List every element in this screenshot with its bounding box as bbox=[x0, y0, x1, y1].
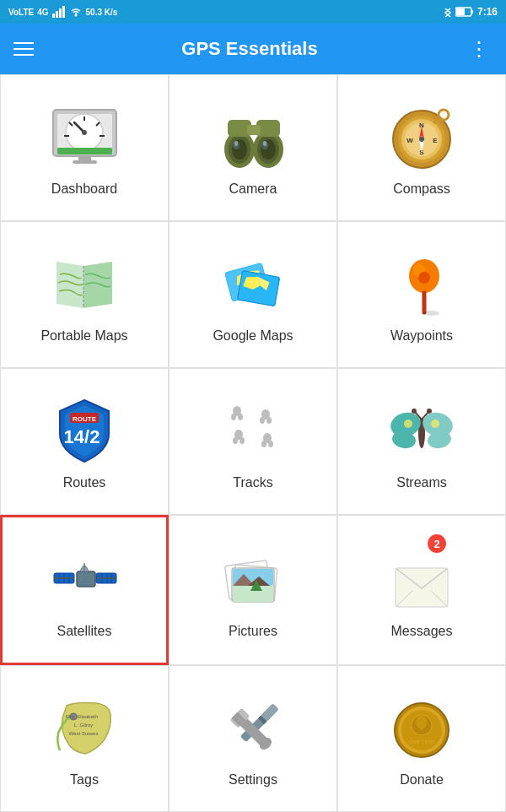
svg-text:West Sussex: West Sussex bbox=[69, 731, 99, 736]
svg-text:Mrs. Elisabeth: Mrs. Elisabeth bbox=[66, 714, 98, 719]
grid-item-compass[interactable]: N S W E Compass bbox=[337, 74, 506, 221]
grid-item-streams[interactable]: Streams bbox=[337, 368, 506, 515]
svg-point-45 bbox=[439, 110, 449, 120]
svg-point-75 bbox=[268, 441, 273, 447]
svg-rect-3 bbox=[62, 6, 65, 18]
network-type: 4G bbox=[37, 8, 48, 17]
routes-icon: ROUTE 14/2 bbox=[46, 392, 122, 468]
portable-maps-label: Portable Maps bbox=[40, 328, 127, 344]
grid-item-waypoints[interactable]: Waypoints bbox=[337, 221, 506, 368]
carrier-text: VoLTE bbox=[8, 8, 34, 17]
tracks-icon bbox=[215, 392, 291, 468]
more-button[interactable]: ⋮ bbox=[466, 34, 493, 64]
grid-item-satellites[interactable]: Satellites bbox=[0, 515, 169, 665]
speed-text: 50.3 K/s bbox=[86, 8, 118, 17]
svg-text:14/2: 14/2 bbox=[64, 426, 100, 447]
svg-point-32 bbox=[234, 141, 238, 146]
svg-rect-19 bbox=[78, 156, 91, 160]
svg-text:E: E bbox=[433, 137, 438, 144]
portable-maps-icon bbox=[46, 246, 122, 322]
svg-text:ROUTE: ROUTE bbox=[73, 415, 97, 423]
grid-item-tags[interactable]: Mrs. Elisabeth L. Gilroy West Sussex Tag… bbox=[0, 665, 169, 812]
svg-point-80 bbox=[427, 409, 432, 414]
svg-point-71 bbox=[233, 437, 238, 444]
svg-point-68 bbox=[260, 417, 265, 424]
dashboard-label: Dashboard bbox=[51, 181, 117, 197]
app-title: GPS Essentials bbox=[34, 38, 466, 60]
svg-rect-1 bbox=[56, 11, 58, 18]
tags-label: Tags bbox=[70, 772, 99, 788]
google-maps-label: Google Maps bbox=[213, 328, 293, 344]
waypoints-label: Waypoints bbox=[390, 328, 453, 344]
streams-label: Streams bbox=[396, 475, 447, 490]
tracks-label: Tracks bbox=[233, 475, 272, 490]
messages-icon bbox=[384, 541, 460, 617]
grid-item-messages[interactable]: 2 Messages bbox=[337, 515, 506, 665]
svg-point-66 bbox=[238, 414, 243, 420]
svg-rect-7 bbox=[456, 8, 465, 15]
svg-point-65 bbox=[231, 414, 236, 420]
svg-rect-87 bbox=[77, 571, 95, 587]
svg-marker-48 bbox=[83, 262, 112, 308]
svg-point-86 bbox=[431, 420, 439, 428]
svg-rect-20 bbox=[73, 160, 97, 164]
svg-point-78 bbox=[412, 409, 417, 414]
grid-item-settings[interactable]: Settings bbox=[169, 665, 337, 812]
grid-item-camera[interactable]: Camera bbox=[169, 74, 337, 221]
pictures-icon bbox=[215, 541, 291, 617]
grid-item-google-maps[interactable]: Google Maps bbox=[169, 221, 337, 368]
svg-rect-0 bbox=[52, 14, 55, 18]
status-bar: VoLTE 4G 50.3 K/s 7:16 bbox=[0, 0, 506, 24]
svg-rect-18 bbox=[57, 148, 112, 154]
svg-point-69 bbox=[266, 417, 272, 424]
svg-point-72 bbox=[240, 437, 245, 444]
svg-rect-2 bbox=[59, 8, 62, 18]
messages-badge: 2 bbox=[428, 534, 446, 553]
compass-icon: N S W E bbox=[384, 99, 460, 175]
time-text: 7:16 bbox=[477, 6, 498, 18]
routes-label: Routes bbox=[63, 475, 106, 490]
toolbar: GPS Essentials ⋮ bbox=[0, 24, 506, 74]
svg-point-4 bbox=[74, 14, 77, 17]
svg-point-17 bbox=[82, 130, 87, 135]
camera-label: Camera bbox=[229, 181, 277, 197]
svg-text:W: W bbox=[406, 137, 413, 144]
compass-label: Compass bbox=[393, 181, 450, 197]
svg-rect-6 bbox=[471, 10, 473, 14]
streams-icon bbox=[384, 392, 460, 468]
waypoints-icon bbox=[384, 246, 460, 322]
svg-rect-53 bbox=[237, 271, 279, 306]
svg-point-33 bbox=[263, 141, 266, 146]
grid-item-routes[interactable]: ROUTE 14/2 Routes bbox=[0, 368, 169, 515]
svg-point-44 bbox=[419, 137, 424, 142]
bluetooth-icon bbox=[444, 6, 452, 18]
status-right: 7:16 bbox=[444, 6, 498, 18]
settings-icon bbox=[215, 690, 291, 766]
donate-icon: ONE CENT bbox=[384, 690, 460, 766]
svg-point-58 bbox=[418, 272, 430, 284]
svg-text:L. Gilroy: L. Gilroy bbox=[74, 723, 93, 728]
donate-label: Donate bbox=[400, 772, 444, 788]
svg-point-60 bbox=[423, 311, 439, 316]
grid-item-donate[interactable]: ONE CENT Donate bbox=[337, 665, 506, 812]
dashboard-icon bbox=[46, 99, 122, 175]
main-grid: Dashboard bbox=[0, 74, 506, 812]
grid-item-dashboard[interactable]: Dashboard bbox=[0, 74, 169, 221]
messages-label: Messages bbox=[391, 624, 453, 639]
svg-text:ONE CENT: ONE CENT bbox=[408, 739, 434, 744]
battery-icon bbox=[455, 6, 474, 18]
google-maps-icon bbox=[215, 246, 291, 322]
svg-point-85 bbox=[404, 420, 412, 428]
camera-icon bbox=[215, 99, 291, 175]
pictures-label: Pictures bbox=[229, 624, 277, 639]
settings-label: Settings bbox=[229, 772, 277, 788]
menu-button[interactable] bbox=[13, 42, 34, 56]
satellites-icon bbox=[46, 541, 122, 617]
svg-point-74 bbox=[261, 441, 266, 447]
grid-item-portable-maps[interactable]: Portable Maps bbox=[0, 221, 169, 368]
tags-icon: Mrs. Elisabeth L. Gilroy West Sussex bbox=[46, 690, 122, 766]
grid-item-tracks[interactable]: Tracks bbox=[169, 368, 337, 515]
wifi-icon bbox=[69, 6, 83, 18]
grid-item-pictures[interactable]: Pictures bbox=[169, 515, 337, 665]
signal-icon bbox=[52, 6, 66, 18]
